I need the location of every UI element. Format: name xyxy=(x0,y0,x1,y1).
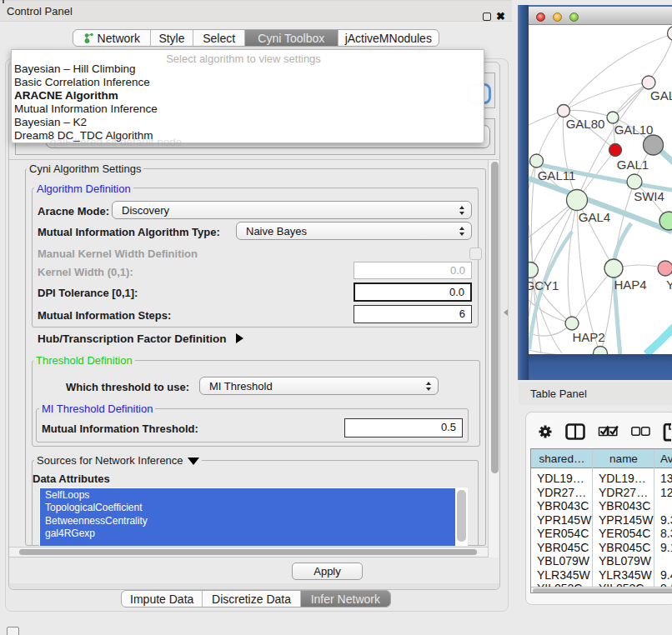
svg-text:GAL1: GAL1 xyxy=(617,158,649,172)
svg-text:GAL11: GAL11 xyxy=(538,168,576,182)
svg-text:SWI4: SWI4 xyxy=(634,189,664,203)
svg-text:GCY1: GCY1 xyxy=(529,278,559,292)
svg-text:YM: YM xyxy=(666,278,672,292)
svg-text:GAL80: GAL80 xyxy=(566,117,605,131)
svg-text:GAL4: GAL4 xyxy=(579,210,610,224)
svg-text:HAP4: HAP4 xyxy=(614,278,646,292)
svg-text:HAP2: HAP2 xyxy=(572,330,604,344)
svg-text:GAL10: GAL10 xyxy=(614,122,654,137)
svg-text:GAL2: GAL2 xyxy=(650,88,672,102)
